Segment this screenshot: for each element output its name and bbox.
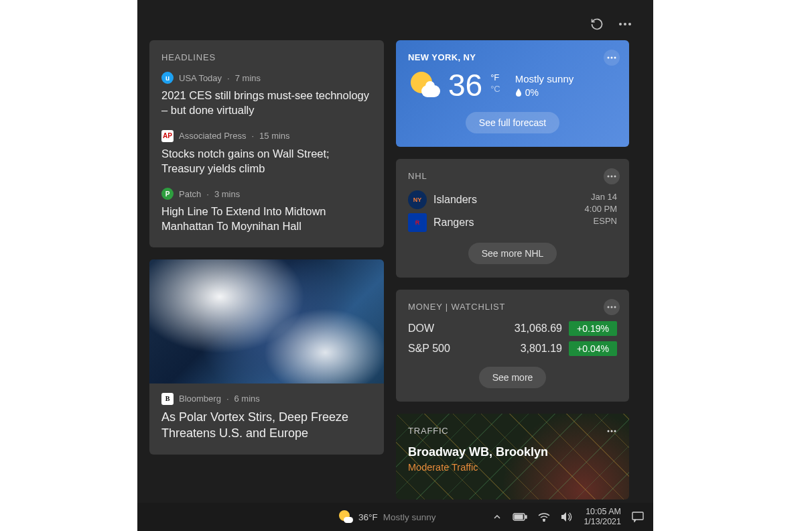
nhl-title: NHL [408,171,617,181]
svg-point-5 [614,57,616,59]
traffic-title: TRAFFIC [408,426,617,436]
stock-row[interactable]: S&P 500 3,801.19 +0.04% [408,341,617,356]
svg-point-6 [608,176,610,178]
headline-source: AP Associated Press · 15 mins [161,130,372,142]
svg-point-8 [614,176,616,178]
headline-source: P Patch · 3 mins [161,188,372,200]
money-card[interactable]: MONEY | WATCHLIST DOW 31,068.69 +0.19% S… [396,290,629,402]
headline-time: 3 mins [214,189,240,199]
card-more-icon[interactable] [604,168,620,184]
svg-point-2 [628,23,631,25]
weather-sun-cloud-icon [338,510,353,524]
weather-card[interactable]: NEW YORK, NY 36 °F °C Mostly sunny [396,40,629,147]
weather-condition: Mostly sunny [515,73,574,84]
volume-icon[interactable] [561,512,573,522]
headline-item[interactable]: u USA Today · 7 mins 2021 CES still brin… [161,72,372,118]
svg-point-0 [619,23,622,25]
headline-source: u USA Today · 7 mins [161,72,372,84]
taskbar-condition: Mostly sunny [383,512,436,522]
game-network: ESPN [585,215,617,227]
headline-title: As Polar Vortex Stirs, Deep Freeze Threa… [161,409,372,442]
stock-value: 3,801.19 [488,343,562,355]
more-icon[interactable] [618,22,632,26]
headline-time: 6 mins [234,394,260,404]
refresh-icon[interactable] [590,17,604,31]
wifi-icon[interactable] [538,512,550,522]
battery-icon[interactable] [513,513,527,521]
stock-row[interactable]: DOW 31,068.69 +0.19% [408,321,617,336]
rangers-logo-icon: R [408,213,427,232]
traffic-location: Broadway WB, Brooklyn [408,445,617,459]
headlines-title: HEADLINES [161,52,372,62]
stock-name: S&P 500 [408,343,488,355]
headline-title: High Line To Extend Into Midtown Manhatt… [161,204,372,234]
svg-rect-17 [515,515,523,519]
source-name: Patch [179,189,201,199]
traffic-status: Moderate Traffic [408,462,617,473]
svg-point-14 [614,430,616,432]
weather-temp: 36 [448,70,482,101]
source-logo-icon: P [161,188,174,200]
stock-name: DOW [408,322,488,335]
headline-time: 15 mins [259,131,290,141]
card-more-icon[interactable] [604,50,620,66]
source-logo-icon: AP [161,130,174,142]
taskbar-temp: 36°F [358,512,378,522]
game-meta: Jan 14 4:00 PM ESPN [585,191,617,228]
weather-sun-cloud-icon [408,69,440,101]
stock-value: 31,068.69 [488,322,562,335]
svg-point-3 [608,57,610,59]
svg-point-7 [611,176,613,178]
svg-point-10 [611,306,613,308]
see-more-money-button[interactable]: See more [479,367,547,388]
see-forecast-button[interactable]: See full forecast [466,112,559,133]
headline-source: B Bloomberg · 6 mins [161,393,372,405]
headline-time: 7 mins [235,73,261,83]
stock-change: +0.19% [569,321,617,336]
taskbar-time: 10:05 AM [584,507,621,517]
card-more-icon[interactable] [604,423,620,439]
islanders-logo-icon: NY [408,190,427,209]
svg-rect-16 [525,516,527,518]
taskbar-date: 1/13/2021 [584,517,621,527]
svg-point-11 [614,306,616,308]
panel-header [137,0,653,40]
stock-change: +0.04% [569,341,617,356]
game-time: 4:00 PM [585,203,617,215]
source-name: Associated Press [179,131,246,141]
source-logo-icon: u [161,72,174,84]
svg-point-13 [611,430,613,432]
chevron-up-icon[interactable] [492,512,502,522]
headline-item[interactable]: AP Associated Press · 15 mins Stocks not… [161,130,372,176]
article-image [149,259,384,384]
card-more-icon[interactable] [604,299,620,315]
svg-point-1 [624,23,626,25]
headline-title: Stocks notch gains on Wall Street; Treas… [161,146,372,176]
widgets-panel: HEADLINES u USA Today · 7 mins 2021 CES … [137,0,653,531]
money-title: MONEY | WATCHLIST [408,302,617,312]
traffic-card[interactable]: TRAFFIC Broadway WB, Brooklyn Moderate T… [396,414,629,499]
svg-point-4 [611,57,613,59]
team-name: Islanders [433,194,477,206]
image-article-card[interactable]: B Bloomberg · 6 mins As Polar Vortex Sti… [149,259,384,455]
svg-point-9 [608,306,610,308]
taskbar: 36°F Mostly sunny 10:05 AM 1/13/2021 [137,503,653,531]
game-date: Jan 14 [585,191,617,203]
svg-rect-19 [632,512,643,520]
unit-fahrenheit[interactable]: °F [490,72,500,82]
taskbar-weather[interactable]: 36°F Mostly sunny [338,510,435,524]
weather-location: NEW YORK, NY [408,52,617,62]
see-more-nhl-button[interactable]: See more NHL [468,243,557,264]
svg-point-12 [608,430,610,432]
headlines-card: HEADLINES u USA Today · 7 mins 2021 CES … [149,40,384,247]
source-name: Bloomberg [179,394,221,404]
taskbar-clock[interactable]: 10:05 AM 1/13/2021 [584,507,621,527]
unit-celsius[interactable]: °C [490,84,500,94]
droplet-icon [515,88,522,97]
source-logo-icon: B [161,393,174,405]
headline-title: 2021 CES still brings must-see technolog… [161,88,372,118]
nhl-card[interactable]: NHL NY Islanders R Rangers Jan 14 4:00 P… [396,159,629,278]
headline-item[interactable]: P Patch · 3 mins High Line To Extend Int… [161,188,372,234]
notifications-icon[interactable] [632,512,644,522]
svg-point-18 [543,520,545,522]
